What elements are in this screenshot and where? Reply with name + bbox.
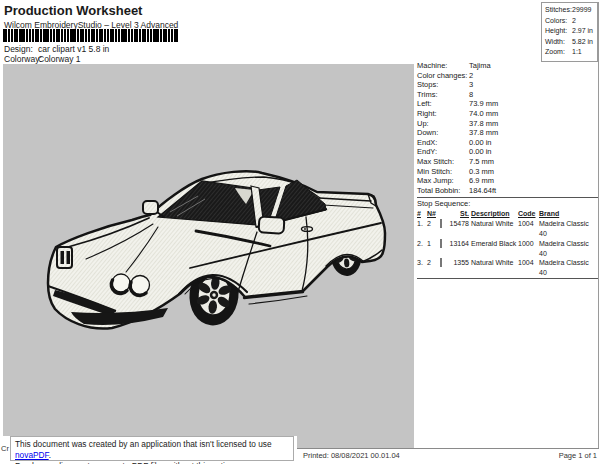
machine-info-label: Left: [417, 99, 469, 109]
panel-right-border [598, 2, 599, 449]
barcode-bar [99, 29, 103, 42]
notice-text-line2: Purchase a license to generate PDF files… [15, 461, 236, 464]
novapdf-link[interactable]: novaPDF [15, 450, 49, 460]
machine-info-value: 74.0 mm [469, 109, 498, 119]
stats-row: Zoom: 1:1 [545, 47, 597, 58]
machine-info-row: Min Stitch: 0.3 mm [417, 167, 598, 177]
stop-sequence-table: # N# St. Description Code Brand 1. 2 154… [417, 209, 598, 278]
barcode-bar [107, 29, 109, 42]
machine-info-label: Max Jump: [417, 176, 469, 186]
barcode-bar [53, 29, 55, 42]
col-brand: Brand [539, 209, 598, 219]
stats-value: 2.97 in [572, 26, 593, 37]
barcode-bar [171, 29, 173, 42]
design-value: car clipart v1 5.8 in [38, 44, 109, 54]
machine-info-label: Stops: [417, 80, 469, 90]
notice-text: This document was created by an applicat… [15, 439, 272, 449]
barcode-bar [163, 29, 167, 42]
barcode-bar [40, 29, 42, 42]
machine-info-value: 37.8 mm [469, 119, 498, 129]
stats-label: Width: [545, 37, 572, 48]
barcode-bar [118, 29, 120, 42]
machine-info-row: Total Bobbin: 184.64ft [417, 186, 598, 196]
side-mirror-near [259, 216, 285, 233]
design-barcode [3, 29, 179, 42]
novapdf-notice-box: This document was created by an applicat… [10, 436, 294, 461]
col-code: Code [518, 209, 539, 219]
col-description: Description [471, 209, 518, 219]
barcode-bar [110, 29, 114, 42]
machine-info-value: Tajima [469, 61, 491, 71]
machine-info-value: 7.5 mm [469, 157, 494, 167]
machine-info-value: 0.3 mm [469, 167, 494, 177]
stats-row: Height: 2.97 in [545, 26, 597, 37]
machine-info-row: EndY: 0.00 in [417, 147, 598, 157]
barcode-bar [43, 29, 49, 42]
barcode-bar [139, 29, 141, 42]
machine-info-label: EndX: [417, 138, 469, 148]
stats-row: Stitches: 29999 [545, 5, 597, 16]
col-st: St. [440, 209, 471, 219]
panel-divider [417, 278, 598, 279]
machine-info-row: Trims: 8 [417, 90, 598, 100]
barcode-bar [29, 29, 31, 42]
machine-info-label: Max Stitch: [417, 157, 469, 167]
machine-info-value: 37.8 mm [469, 128, 498, 138]
barcode-bar [70, 29, 76, 42]
barcode-bar [91, 29, 95, 42]
stats-value: 2 [572, 16, 576, 27]
barcode-bar [153, 29, 159, 42]
barcode-bar [8, 29, 10, 42]
barcode-bar [168, 29, 170, 42]
machine-info-label: Total Bobbin: [417, 186, 469, 196]
barcode-bar [80, 29, 84, 42]
barcode-bar [88, 29, 90, 42]
barcode-bar [77, 29, 79, 42]
machine-info-rows: Machine: Tajima Color changes: 2 Stops: … [417, 61, 598, 195]
col-n: N# [427, 209, 440, 219]
barcode-bar [150, 29, 152, 42]
machine-info-row: Max Stitch: 7.5 mm [417, 157, 598, 167]
stats-label: Zoom: [545, 47, 572, 58]
stats-row: Colors: 2 [545, 16, 597, 27]
machine-info-label: Min Stitch: [417, 167, 469, 177]
colorway-value: Colorway 1 [38, 54, 81, 64]
stats-value: 5.82 in [572, 37, 593, 48]
barcode-bar [128, 29, 130, 42]
panel-divider [417, 197, 598, 198]
machine-info-row: Right: 74.0 mm [417, 109, 598, 119]
stats-summary-box: Stitches: 29999 Colors: 2 Height: 2.97 i… [541, 2, 598, 62]
machine-info-label: EndY: [417, 147, 469, 157]
barcode-bar [19, 29, 25, 42]
stats-label: Colors: [545, 16, 572, 27]
thread-color-swatch [440, 239, 442, 248]
machine-info-value: 184.64ft [469, 186, 496, 196]
turn-signal-slot [61, 251, 65, 264]
production-worksheet-page: Production Worksheet Wilcom EmbroiderySt… [0, 0, 600, 464]
machine-info-row: Up: 37.8 mm [417, 119, 598, 129]
barcode-bar [64, 29, 66, 42]
footer-clipped-text: Cr [1, 444, 9, 453]
machine-info-panel: Machine: Tajima Color changes: 2 Stops: … [417, 61, 598, 279]
footer-printed: Printed: 08/08/2021 00.01.04 [303, 451, 400, 460]
thread-color-swatch [440, 219, 442, 228]
colorway-row: Colorway: Colorway 1 [4, 54, 81, 64]
car-artwork [40, 165, 400, 345]
design-label: Design: [4, 44, 38, 54]
machine-info-value: 0.00 in [469, 138, 492, 148]
machine-info-value: 0.00 in [469, 147, 492, 157]
barcode-bar [96, 29, 98, 42]
barcode-bar [174, 29, 178, 42]
stats-label: Height: [545, 26, 572, 37]
barcode-bar [85, 29, 87, 42]
col-num: # [417, 209, 427, 219]
machine-info-value: 8 [469, 90, 473, 100]
machine-info-row: Machine: Tajima [417, 61, 598, 71]
stop-sequence-title: Stop Sequence: [417, 199, 598, 209]
barcode-bar [121, 29, 127, 42]
turn-signal-slot [67, 251, 71, 264]
design-row: Design: car clipart v1 5.8 in [4, 44, 109, 54]
barcode-bar [35, 29, 39, 42]
machine-info-row: EndX: 0.00 in [417, 138, 598, 148]
machine-info-row: Left: 73.9 mm [417, 99, 598, 109]
